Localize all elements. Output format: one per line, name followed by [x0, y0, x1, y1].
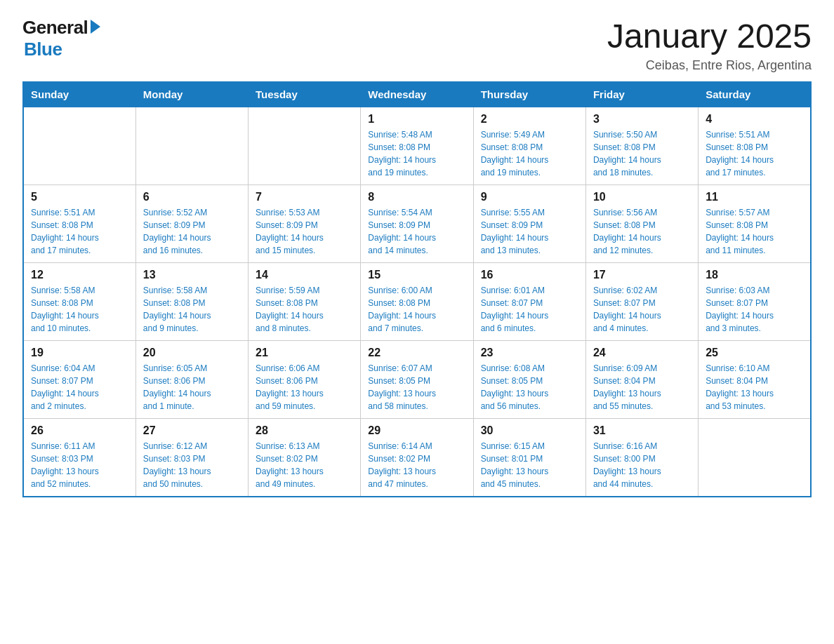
- day-info: Sunrise: 6:15 AM Sunset: 8:01 PM Dayligh…: [481, 440, 578, 490]
- day-number: 15: [368, 269, 465, 281]
- day-number: 8: [368, 191, 465, 203]
- day-info: Sunrise: 6:01 AM Sunset: 8:07 PM Dayligh…: [481, 284, 578, 335]
- day-number: 10: [593, 191, 691, 203]
- header-day-tuesday: Tuesday: [249, 82, 361, 107]
- calendar-cell: 8Sunrise: 5:54 AM Sunset: 8:09 PM Daylig…: [361, 185, 473, 263]
- logo: General Blue: [22, 17, 100, 60]
- header-day-sunday: Sunday: [23, 82, 135, 107]
- day-number: 23: [481, 347, 578, 359]
- day-info: Sunrise: 6:16 AM Sunset: 8:00 PM Dayligh…: [593, 440, 691, 490]
- day-number: 31: [593, 424, 691, 437]
- day-info: Sunrise: 5:58 AM Sunset: 8:08 PM Dayligh…: [31, 284, 128, 335]
- calendar-cell: 13Sunrise: 5:58 AM Sunset: 8:08 PM Dayli…: [135, 263, 248, 341]
- day-info: Sunrise: 5:53 AM Sunset: 8:09 PM Dayligh…: [256, 206, 353, 257]
- calendar-cell: 15Sunrise: 6:00 AM Sunset: 8:08 PM Dayli…: [361, 263, 473, 341]
- calendar-cell: 9Sunrise: 5:55 AM Sunset: 8:09 PM Daylig…: [473, 185, 585, 263]
- day-number: 30: [481, 424, 578, 437]
- day-info: Sunrise: 6:14 AM Sunset: 8:02 PM Dayligh…: [368, 440, 465, 490]
- logo-arrow-icon: [91, 20, 100, 34]
- day-number: 14: [256, 269, 353, 281]
- header-day-monday: Monday: [135, 82, 248, 107]
- day-info: Sunrise: 6:00 AM Sunset: 8:08 PM Dayligh…: [368, 284, 465, 335]
- day-number: 22: [368, 347, 465, 359]
- header-row: SundayMondayTuesdayWednesdayThursdayFrid…: [23, 82, 811, 107]
- calendar-cell: 17Sunrise: 6:02 AM Sunset: 8:07 PM Dayli…: [585, 263, 698, 341]
- week-row-1: 1Sunrise: 5:48 AM Sunset: 8:08 PM Daylig…: [23, 107, 811, 185]
- calendar-cell: 31Sunrise: 6:16 AM Sunset: 8:00 PM Dayli…: [585, 419, 698, 497]
- day-number: 28: [256, 424, 353, 437]
- day-number: 20: [143, 347, 241, 359]
- calendar-cell: 24Sunrise: 6:09 AM Sunset: 8:04 PM Dayli…: [585, 341, 698, 419]
- day-info: Sunrise: 5:52 AM Sunset: 8:09 PM Dayligh…: [143, 206, 241, 257]
- calendar-cell: 11Sunrise: 5:57 AM Sunset: 8:08 PM Dayli…: [699, 185, 811, 263]
- day-number: 18: [706, 269, 803, 281]
- week-row-2: 5Sunrise: 5:51 AM Sunset: 8:08 PM Daylig…: [23, 185, 811, 263]
- calendar-cell: 12Sunrise: 5:58 AM Sunset: 8:08 PM Dayli…: [23, 263, 135, 341]
- day-number: 26: [31, 424, 128, 437]
- day-info: Sunrise: 6:09 AM Sunset: 8:04 PM Dayligh…: [593, 362, 691, 412]
- calendar-cell: 22Sunrise: 6:07 AM Sunset: 8:05 PM Dayli…: [361, 341, 473, 419]
- calendar-cell: 5Sunrise: 5:51 AM Sunset: 8:08 PM Daylig…: [23, 185, 135, 263]
- day-info: Sunrise: 6:12 AM Sunset: 8:03 PM Dayligh…: [143, 440, 241, 490]
- calendar-cell: 25Sunrise: 6:10 AM Sunset: 8:04 PM Dayli…: [699, 341, 811, 419]
- day-number: 4: [706, 113, 803, 126]
- day-number: 17: [593, 269, 691, 281]
- calendar-cell: 4Sunrise: 5:51 AM Sunset: 8:08 PM Daylig…: [699, 107, 811, 185]
- day-info: Sunrise: 5:51 AM Sunset: 8:08 PM Dayligh…: [31, 206, 128, 257]
- logo-blue-text: Blue: [24, 39, 62, 60]
- day-info: Sunrise: 6:08 AM Sunset: 8:05 PM Dayligh…: [481, 362, 578, 412]
- day-info: Sunrise: 5:55 AM Sunset: 8:09 PM Dayligh…: [481, 206, 578, 257]
- calendar-cell: [135, 107, 248, 185]
- calendar-cell: 14Sunrise: 5:59 AM Sunset: 8:08 PM Dayli…: [249, 263, 361, 341]
- calendar-cell: 16Sunrise: 6:01 AM Sunset: 8:07 PM Dayli…: [473, 263, 585, 341]
- day-number: 3: [593, 113, 691, 126]
- calendar-cell: 28Sunrise: 6:13 AM Sunset: 8:02 PM Dayli…: [249, 419, 361, 497]
- day-info: Sunrise: 5:56 AM Sunset: 8:08 PM Dayligh…: [593, 206, 691, 257]
- day-number: 7: [256, 191, 353, 203]
- title-section: January 2025 Ceibas, Entre Rios, Argenti…: [607, 17, 812, 73]
- week-row-5: 26Sunrise: 6:11 AM Sunset: 8:03 PM Dayli…: [23, 419, 811, 497]
- calendar-cell: 6Sunrise: 5:52 AM Sunset: 8:09 PM Daylig…: [135, 185, 248, 263]
- day-number: 9: [481, 191, 578, 203]
- header-day-thursday: Thursday: [473, 82, 585, 107]
- calendar-cell: [23, 107, 135, 185]
- calendar-cell: 27Sunrise: 6:12 AM Sunset: 8:03 PM Dayli…: [135, 419, 248, 497]
- day-info: Sunrise: 5:51 AM Sunset: 8:08 PM Dayligh…: [706, 128, 803, 179]
- day-number: 25: [706, 347, 803, 359]
- day-info: Sunrise: 5:54 AM Sunset: 8:09 PM Dayligh…: [368, 206, 465, 257]
- calendar-cell: 20Sunrise: 6:05 AM Sunset: 8:06 PM Dayli…: [135, 341, 248, 419]
- day-number: 5: [31, 191, 128, 203]
- day-number: 16: [481, 269, 578, 281]
- day-info: Sunrise: 6:06 AM Sunset: 8:06 PM Dayligh…: [256, 362, 353, 412]
- day-number: 6: [143, 191, 241, 203]
- day-info: Sunrise: 5:48 AM Sunset: 8:08 PM Dayligh…: [368, 128, 465, 179]
- day-number: 12: [31, 269, 128, 281]
- day-number: 1: [368, 113, 465, 126]
- day-number: 13: [143, 269, 241, 281]
- calendar-cell: 3Sunrise: 5:50 AM Sunset: 8:08 PM Daylig…: [585, 107, 698, 185]
- logo-general-text: General: [22, 17, 88, 39]
- header-day-friday: Friday: [585, 82, 698, 107]
- calendar-subtitle: Ceibas, Entre Rios, Argentina: [607, 58, 812, 73]
- day-info: Sunrise: 6:05 AM Sunset: 8:06 PM Dayligh…: [143, 362, 241, 412]
- header-day-wednesday: Wednesday: [361, 82, 473, 107]
- day-number: 2: [481, 113, 578, 126]
- calendar-wrapper: SundayMondayTuesdayWednesdayThursdayFrid…: [0, 81, 834, 520]
- day-info: Sunrise: 5:50 AM Sunset: 8:08 PM Dayligh…: [593, 128, 691, 179]
- day-info: Sunrise: 6:02 AM Sunset: 8:07 PM Dayligh…: [593, 284, 691, 335]
- calendar-cell: 29Sunrise: 6:14 AM Sunset: 8:02 PM Dayli…: [361, 419, 473, 497]
- day-number: 11: [706, 191, 803, 203]
- day-number: 19: [31, 347, 128, 359]
- calendar-cell: 10Sunrise: 5:56 AM Sunset: 8:08 PM Dayli…: [585, 185, 698, 263]
- calendar-cell: 21Sunrise: 6:06 AM Sunset: 8:06 PM Dayli…: [249, 341, 361, 419]
- day-info: Sunrise: 5:57 AM Sunset: 8:08 PM Dayligh…: [706, 206, 803, 257]
- calendar-cell: [249, 107, 361, 185]
- day-number: 27: [143, 424, 241, 437]
- day-info: Sunrise: 5:58 AM Sunset: 8:08 PM Dayligh…: [143, 284, 241, 335]
- calendar-cell: 2Sunrise: 5:49 AM Sunset: 8:08 PM Daylig…: [473, 107, 585, 185]
- day-info: Sunrise: 5:59 AM Sunset: 8:08 PM Dayligh…: [256, 284, 353, 335]
- calendar-cell: 18Sunrise: 6:03 AM Sunset: 8:07 PM Dayli…: [699, 263, 811, 341]
- day-info: Sunrise: 6:03 AM Sunset: 8:07 PM Dayligh…: [706, 284, 803, 335]
- calendar-cell: [699, 419, 811, 497]
- calendar-cell: 1Sunrise: 5:48 AM Sunset: 8:08 PM Daylig…: [361, 107, 473, 185]
